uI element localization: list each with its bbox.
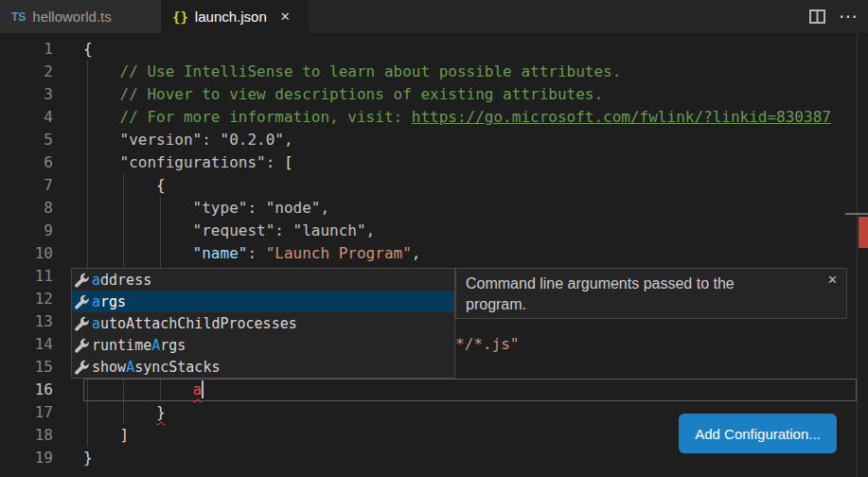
close-tab-icon[interactable]: ✕: [280, 9, 291, 24]
code-text: // Use IntelliSense to learn about possi…: [83, 61, 868, 83]
code-line[interactable]: 3 // Hover to view descriptions of exist…: [0, 83, 868, 106]
line-number: 15: [0, 356, 53, 379]
suggest-item-label: autoAttachChildProcesses: [92, 315, 297, 332]
text-cursor: [202, 380, 204, 398]
json-file-icon: {}: [172, 9, 188, 25]
suggest-item-label: address: [92, 272, 151, 289]
code-text: "name": "Launch Program",: [83, 242, 868, 265]
suggest-docs-panel: Command line arguments passed to the pro…: [455, 268, 847, 319]
suggest-item-label: runtimeArgs: [92, 337, 186, 354]
code-text: "configurations": [: [83, 151, 868, 174]
tab-label: launch.json: [195, 9, 267, 25]
line-number: 10: [0, 242, 53, 265]
line-number: 5: [0, 129, 53, 151]
code-text: "request": "launch",: [83, 220, 868, 242]
suggest-item-label: args: [92, 293, 126, 310]
close-docs-icon[interactable]: ✕: [827, 273, 838, 287]
overview-ruler-error-marker[interactable]: [859, 217, 868, 248]
suggest-item[interactable]: runtimeArgs: [72, 334, 454, 356]
code-line[interactable]: 5 "version": "0.2.0",: [0, 129, 868, 151]
vscode-window: TS helloworld.ts {} launch.json ✕ ⋯ 1{2 …: [0, 0, 868, 477]
property-wrench-icon: [74, 338, 92, 353]
property-wrench-icon: [74, 360, 92, 375]
suggest-item[interactable]: args: [72, 291, 454, 312]
line-number: 8: [0, 197, 53, 220]
line-number: 9: [0, 220, 53, 242]
code-line[interactable]: 16 a: [0, 379, 868, 401]
code-line[interactable]: 6 "configurations": [: [0, 151, 868, 174]
code-line[interactable]: 4 // For more information, visit: https:…: [0, 106, 868, 129]
suggest-item[interactable]: showAsyncStacks: [72, 356, 454, 378]
editor[interactable]: 1{2 // Use IntelliSense to learn about p…: [0, 33, 868, 477]
line-number: 7: [0, 174, 53, 197]
suggest-item[interactable]: autoAttachChildProcesses: [72, 312, 454, 334]
line-number: 12: [0, 288, 53, 310]
split-editor-icon[interactable]: [809, 9, 825, 24]
overview-ruler-border: [857, 33, 858, 477]
code-lines[interactable]: 1{2 // Use IntelliSense to learn about p…: [0, 38, 868, 469]
line-number: 19: [0, 447, 53, 469]
code-line[interactable]: 10 "name": "Launch Program",: [0, 242, 868, 265]
code-line[interactable]: 8 "type": "node",: [0, 197, 868, 220]
line-number: 4: [0, 106, 53, 129]
code-text: "type": "node",: [83, 197, 868, 220]
suggest-item-label: showAsyncStacks: [92, 359, 220, 376]
add-configuration-button[interactable]: Add Configuration...: [679, 414, 837, 453]
tab-launch-json[interactable]: {} launch.json ✕: [161, 0, 309, 33]
suggest-item[interactable]: address: [72, 269, 454, 291]
code-text: // For more information, visit: https://…: [83, 106, 868, 129]
overview-ruler-tick: [845, 213, 868, 215]
line-number: 6: [0, 151, 53, 174]
line-number: 2: [0, 61, 53, 83]
tab-helloworld[interactable]: TS helloworld.ts: [0, 0, 161, 33]
line-number: 1: [0, 38, 53, 61]
line-number: 3: [0, 83, 53, 106]
property-wrench-icon: [74, 294, 92, 309]
line-number: 11: [0, 265, 53, 288]
line-number: 16: [0, 379, 53, 401]
code-text: // Hover to view descriptions of existin…: [83, 83, 868, 106]
suggest-docs-text: Command line arguments passed to the pro…: [466, 274, 767, 315]
code-text: {: [83, 174, 868, 197]
code-text: "version": "0.2.0",: [83, 129, 868, 151]
code-line[interactable]: 2 // Use IntelliSense to learn about pos…: [0, 61, 868, 83]
line-number: 18: [0, 424, 53, 447]
tab-bar: TS helloworld.ts {} launch.json ✕ ⋯: [0, 0, 868, 33]
code-line[interactable]: 9 "request": "launch",: [0, 220, 868, 242]
line-number: 13: [0, 310, 53, 333]
code-line[interactable]: 7 {: [0, 174, 868, 197]
code-text: {: [83, 38, 868, 61]
line-number: 17: [0, 401, 53, 424]
property-wrench-icon: [74, 273, 92, 288]
intellisense-suggest-widget: addressargsautoAttachChildProcessesrunti…: [71, 268, 455, 379]
code-text: a: [83, 379, 868, 401]
line-number: 14: [0, 333, 53, 356]
property-wrench-icon: [74, 316, 92, 331]
typescript-file-icon: TS: [11, 10, 26, 24]
tab-label: helloworld.ts: [32, 9, 111, 25]
code-line[interactable]: 1{: [0, 38, 868, 61]
more-actions-icon[interactable]: ⋯: [839, 0, 859, 33]
